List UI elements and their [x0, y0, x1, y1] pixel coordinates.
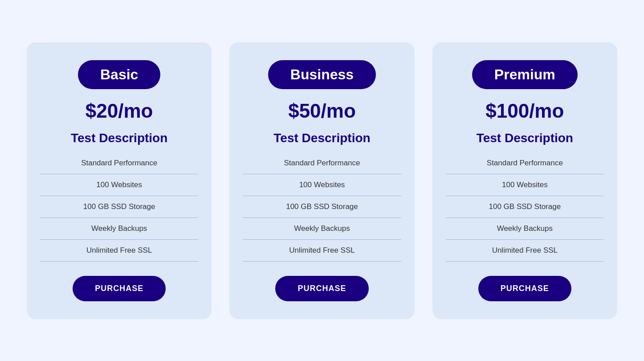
list-item: Weekly Backups [40, 218, 198, 240]
pricing-card-basic: Basic$20/moTest DescriptionStandard Perf… [27, 42, 212, 319]
list-item: Unlimited Free SSL [446, 240, 604, 262]
list-item: Standard Performance [40, 152, 198, 174]
list-item: Weekly Backups [446, 218, 604, 240]
list-item: 100 Websites [40, 174, 198, 196]
list-item: Standard Performance [243, 152, 401, 174]
pricing-container: Basic$20/moTest DescriptionStandard Perf… [27, 42, 617, 319]
pricing-card-business: Business$50/moTest DescriptionStandard P… [229, 42, 414, 319]
list-item: 100 GB SSD Storage [446, 196, 604, 218]
list-item: Unlimited Free SSL [40, 240, 198, 262]
plan-badge-business: Business [268, 60, 376, 89]
pricing-card-premium: Premium$100/moTest DescriptionStandard P… [432, 42, 617, 319]
list-item: Standard Performance [446, 152, 604, 174]
plan-badge-premium: Premium [472, 60, 578, 89]
list-item: 100 GB SSD Storage [40, 196, 198, 218]
features-list-premium: Standard Performance100 Websites100 GB S… [446, 152, 604, 262]
list-item: Unlimited Free SSL [243, 240, 401, 262]
purchase-button-premium[interactable]: PURCHASE [478, 276, 571, 301]
plan-price-business: $50/mo [288, 100, 356, 122]
plan-description-business: Test Description [273, 131, 370, 145]
plan-description-premium: Test Description [477, 131, 573, 145]
features-list-basic: Standard Performance100 Websites100 GB S… [40, 152, 198, 262]
plan-price-premium: $100/mo [485, 100, 564, 122]
list-item: Weekly Backups [243, 218, 401, 240]
list-item: 100 GB SSD Storage [243, 196, 401, 218]
purchase-button-basic[interactable]: PURCHASE [73, 276, 166, 301]
purchase-button-business[interactable]: PURCHASE [275, 276, 368, 301]
plan-badge-basic: Basic [78, 60, 160, 89]
list-item: 100 Websites [243, 174, 401, 196]
plan-description-basic: Test Description [71, 131, 167, 145]
list-item: 100 Websites [446, 174, 604, 196]
plan-price-basic: $20/mo [86, 100, 153, 122]
features-list-business: Standard Performance100 Websites100 GB S… [243, 152, 401, 262]
